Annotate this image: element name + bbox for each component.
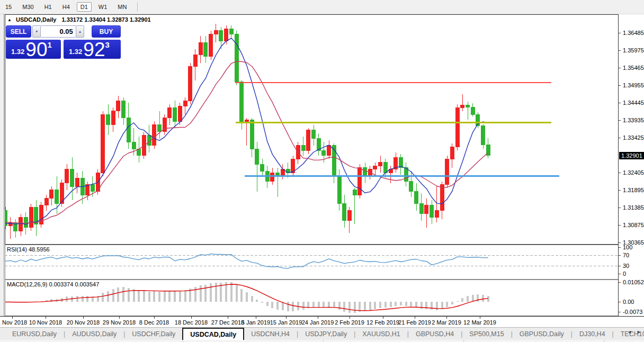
macd-bar [143,291,145,302]
candle-body [471,107,475,115]
bid-price-pips: 90 [25,40,47,59]
macd-bar [338,302,341,310]
macd-bar [117,287,119,302]
macd-bar [318,302,320,307]
timeframe-button-h1[interactable]: H1 [41,2,56,12]
rsi-axis-label: 100 [623,244,632,251]
macd-bar [246,292,248,302]
timeframe-button-d1[interactable]: D1 [77,2,92,12]
candle-body [225,29,228,41]
price-axis-label: 1.35465 [623,65,644,71]
timeframe-button-h4[interactable]: H4 [59,2,74,12]
macd-indicator-label: MACD(12,26,9) 0.003374 0.003547 [7,281,99,287]
date-tick [480,317,480,319]
date-axis-label: 24 Jan 2019 [302,319,334,326]
tab-usdcad-daily[interactable]: USDCAD,Daily [182,328,244,340]
tab-audusd-daily[interactable]: AUDUSD,Daily [65,328,123,340]
date-axis-label: 2 Feb 2019 [335,319,364,326]
macd-bar [133,289,135,302]
buy-button[interactable]: BUY [92,25,121,38]
tab-gbpusd-daily[interactable]: GBPUSD,Daily [513,328,571,340]
candle-body [322,150,326,156]
tab-dj30-h4[interactable]: DJ30,H4 [573,328,612,340]
tab-usdjpy-daily[interactable]: USDJPY,Daily [298,328,354,340]
candle-body [379,163,382,166]
candle-body [250,120,254,149]
candle-body [461,105,464,108]
one-click-trading-panel: SELL ▼ 0.05 ▲ BUY 1.32 90 1 1.32 92 3 [6,25,121,59]
tab-gbpusd-h4[interactable]: GBPUSD,H4 [409,328,461,340]
timeframe-button-mn[interactable]: MN [114,2,130,12]
candle-body [132,142,136,149]
price-axis-label: 1.33935 [623,117,644,124]
candle-body [430,205,434,218]
date-axis-label: 12 Mar 2019 [463,319,496,326]
volume-input[interactable]: 0.05 [41,25,75,38]
price-axis-label: 1.30875 [623,222,644,229]
macd-bar [384,302,387,308]
macd-axis-label: -0.0073 [623,309,642,316]
tab-usdchf-daily[interactable]: USDCHF,Daily [125,328,182,340]
tab-eurusd-daily[interactable]: EURUSD,Daily [5,328,64,340]
candle-body [404,168,408,182]
macd-bar [153,291,155,302]
tab-scroll-left-icon[interactable]: ◄ [627,329,632,335]
axis-tick [619,208,621,208]
candle-body [50,190,53,199]
rsi-axis-label: 0 [623,271,626,277]
date-axis-label: 1 Nov 2018 [0,319,27,326]
macd-bar [174,291,176,302]
price-axis-label: 1.31385 [623,204,644,211]
buy-price-display[interactable]: 1.32 92 3 [64,40,121,59]
date-axis-label: 10 Nov 2018 [29,319,62,326]
candle-body [86,185,90,195]
candle-body [435,211,439,218]
tab-scroll-arrows: ◄ ► [627,329,641,335]
macd-bar [467,296,469,302]
chart-symbol-label: USDCAD,Daily [16,16,56,23]
collapse-chart-icon[interactable]: ▲ [7,17,12,22]
window-edge [4,14,4,342]
date-axis[interactable]: 1 Nov 201810 Nov 201820 Nov 201829 Nov 2… [0,316,644,328]
timeframe-button-w1[interactable]: W1 [95,2,111,12]
ask-price-prefix: 1.32 [69,48,82,56]
macd-bar [441,302,443,309]
tab-sp500-m15[interactable]: SP500,M15 [462,328,511,340]
tab-usdcnh-h4[interactable]: USDCNH,H4 [244,328,297,340]
axis-tick [619,312,621,312]
candle-body [147,135,151,145]
bid-price-prefix: 1.32 [11,48,24,56]
status-strip-divider [463,340,464,342]
ask-price-pips: 92 [83,40,105,59]
macd-bar [343,302,345,312]
volume-decrease-button[interactable]: ▼ [32,25,41,38]
candle-body [235,34,238,82]
timeframe-button-m30[interactable]: M30 [19,2,37,12]
macd-bar [457,301,459,302]
bottom-strip [0,340,644,342]
timeframe-button-15[interactable]: 15 [2,2,15,12]
candle-body [347,211,351,221]
macd-bar [184,290,186,302]
macd-bar [240,289,243,302]
sell-button[interactable]: SELL [6,25,31,38]
macd-bar [431,302,433,310]
date-tick [228,317,228,319]
candle-body [178,106,182,121]
sell-price-display[interactable]: 1.32 90 1 [6,40,61,59]
candle-body [219,31,223,41]
axis-tick [619,247,621,248]
candle-body [111,111,115,125]
price-axis[interactable]: 1.364851.359751.354651.349551.344451.339… [618,14,644,316]
rsi-panel-frame [5,245,618,279]
tab-scroll-right-icon[interactable]: ► [637,329,641,335]
candle-body [158,125,162,132]
tab-xauusd-h1[interactable]: XAUUSD,H1 [355,328,407,340]
axis-tick [619,242,621,243]
volume-increase-button[interactable]: ▲ [76,25,84,38]
candle-body [337,176,341,204]
candle-body [29,207,33,228]
candle-body [106,114,110,124]
macd-bar [122,287,124,302]
date-tick [83,317,84,319]
